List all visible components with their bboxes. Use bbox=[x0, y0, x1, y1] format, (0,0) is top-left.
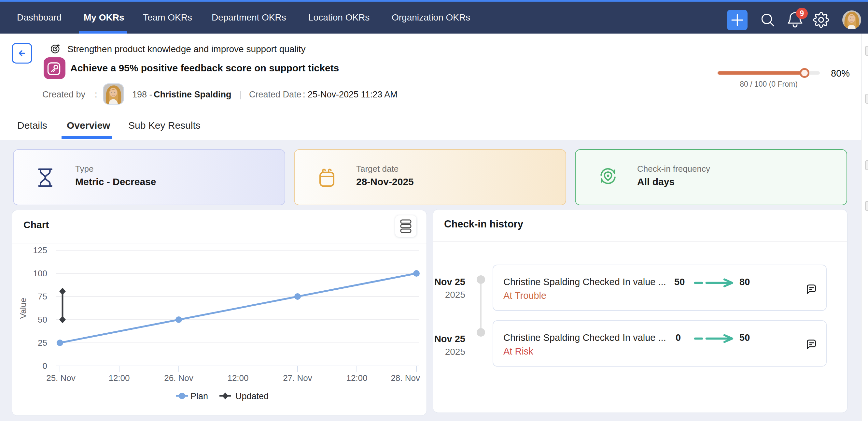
svg-text:12:00: 12:00 bbox=[346, 373, 367, 383]
svg-text:12:00: 12:00 bbox=[108, 373, 130, 383]
svg-text:12:00: 12:00 bbox=[227, 373, 248, 383]
svg-text:Value: Value bbox=[18, 298, 28, 319]
svg-text:27. Nov: 27. Nov bbox=[283, 373, 312, 383]
svg-text:25: 25 bbox=[38, 338, 47, 348]
svg-text:0: 0 bbox=[43, 361, 47, 371]
svg-text:50: 50 bbox=[38, 315, 47, 325]
svg-text:75: 75 bbox=[38, 292, 47, 301]
svg-text:Plan: Plan bbox=[190, 391, 208, 401]
svg-text:26. Nov: 26. Nov bbox=[164, 373, 193, 383]
svg-text:125: 125 bbox=[33, 245, 47, 255]
svg-text:28. Nov: 28. Nov bbox=[391, 373, 420, 383]
svg-text:Updated: Updated bbox=[236, 391, 269, 401]
svg-text:100: 100 bbox=[33, 269, 47, 278]
svg-text:25. Nov: 25. Nov bbox=[46, 373, 75, 383]
